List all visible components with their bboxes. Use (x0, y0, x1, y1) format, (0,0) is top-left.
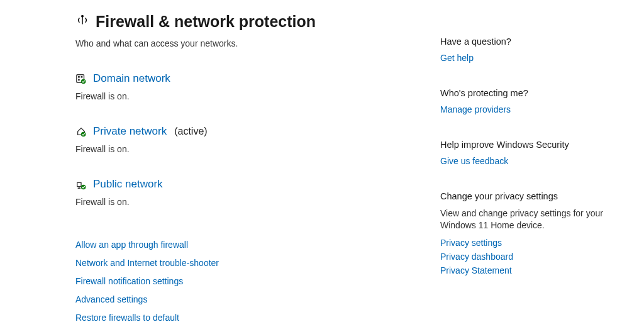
page-title: Firewall & network protection (96, 13, 316, 31)
svg-rect-2 (78, 76, 80, 78)
side-question-heading: Have a question? (440, 36, 616, 47)
side-privacy-body: View and change privacy settings for you… (440, 208, 616, 231)
privacy-settings-link[interactable]: Privacy settings (440, 238, 616, 248)
side-improve-heading: Help improve Windows Security (440, 140, 616, 150)
public-network-icon (75, 179, 87, 190)
svg-point-0 (82, 15, 83, 16)
side-protecting-heading: Who's protecting me? (440, 88, 616, 98)
privacy-statement-link[interactable]: Privacy Statement (440, 265, 616, 275)
advanced-settings-link[interactable]: Advanced settings (75, 294, 415, 304)
give-feedback-link[interactable]: Give us feedback (440, 156, 616, 166)
private-network-link[interactable]: Private network (93, 125, 167, 138)
firewall-icon (75, 14, 89, 30)
get-help-link[interactable]: Get help (440, 53, 616, 63)
private-active-label: (active) (174, 126, 207, 137)
svg-rect-4 (78, 79, 80, 80)
public-network-link[interactable]: Public network (93, 178, 163, 191)
privacy-dashboard-link[interactable]: Privacy dashboard (440, 252, 616, 262)
allow-app-link[interactable]: Allow an app through firewall (75, 240, 415, 250)
domain-network-link[interactable]: Domain network (93, 72, 170, 85)
private-network-icon (75, 126, 87, 137)
manage-providers-link[interactable]: Manage providers (440, 104, 616, 114)
side-privacy-heading: Change your privacy settings (440, 191, 616, 201)
troubleshoot-link[interactable]: Network and Internet trouble-shooter (75, 258, 415, 268)
domain-network-icon (75, 73, 87, 84)
notification-settings-link[interactable]: Firewall notification settings (75, 276, 415, 286)
domain-network-status: Firewall is on. (75, 91, 415, 101)
page-subtitle: Who and what can access your networks. (75, 38, 415, 48)
private-network-status: Firewall is on. (75, 144, 415, 154)
public-network-status: Firewall is on. (75, 197, 415, 207)
restore-defaults-link[interactable]: Restore firewalls to default (75, 313, 415, 322)
svg-rect-3 (81, 76, 83, 78)
